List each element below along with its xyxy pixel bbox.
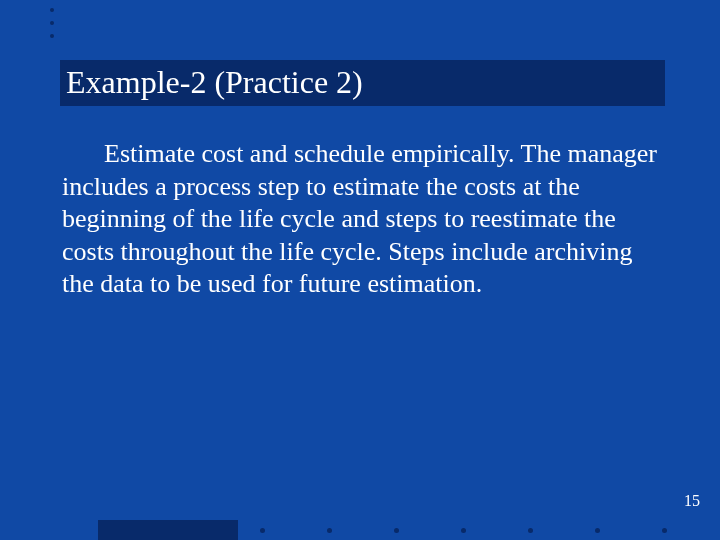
body-paragraph: Estimate cost and schedule empirically. …	[62, 139, 657, 298]
slide: Example-2 (Practice 2) Estimate cost and…	[0, 0, 720, 540]
top-decorative-dots	[50, 8, 54, 38]
page-number: 15	[684, 492, 700, 510]
dot-icon	[662, 528, 667, 533]
bottom-decorative-bar	[98, 520, 238, 540]
dot-icon	[260, 528, 265, 533]
dot-icon	[595, 528, 600, 533]
dot-icon	[327, 528, 332, 533]
dot-icon	[50, 34, 54, 38]
dot-icon	[461, 528, 466, 533]
slide-body: Estimate cost and schedule empirically. …	[62, 138, 662, 301]
slide-title: Example-2 (Practice 2)	[66, 65, 363, 100]
dot-icon	[50, 21, 54, 25]
dot-icon	[528, 528, 533, 533]
dot-icon	[394, 528, 399, 533]
title-bar: Example-2 (Practice 2)	[60, 60, 665, 106]
dot-icon	[50, 8, 54, 12]
bottom-decorative-dots	[260, 528, 667, 533]
